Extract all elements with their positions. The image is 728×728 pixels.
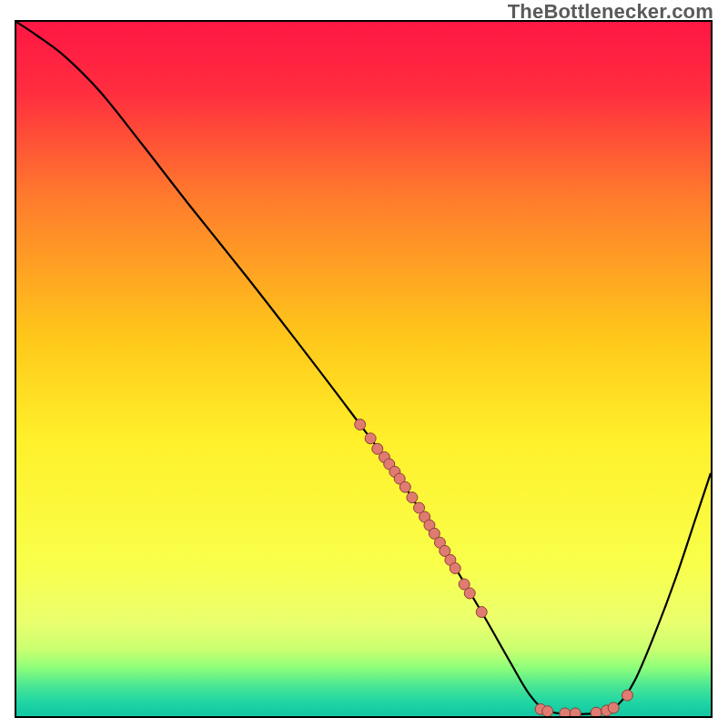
data-dot (560, 708, 571, 716)
data-dot (464, 588, 475, 599)
plot-svg (16, 22, 711, 716)
data-dot (591, 707, 602, 716)
data-dot (542, 706, 553, 716)
gradient-background (16, 22, 711, 716)
plot-frame (15, 20, 713, 718)
data-dot (355, 420, 366, 430)
data-dot (622, 690, 632, 701)
data-dot (476, 607, 487, 618)
data-dot (399, 481, 410, 492)
data-dot (407, 492, 418, 503)
data-dot (570, 708, 581, 716)
data-dot (450, 562, 460, 573)
data-dot (365, 433, 376, 444)
data-dot (608, 703, 619, 713)
chart-container: TheBottlenecker.com (0, 0, 728, 728)
